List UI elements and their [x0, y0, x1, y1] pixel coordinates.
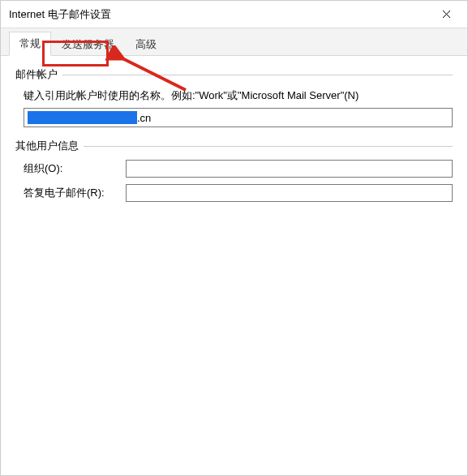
selected-text-fragment — [28, 111, 137, 124]
reply-email-label: 答复电子邮件(R): — [24, 186, 119, 200]
tabbar: 常规 发送服务器 高级 — [1, 28, 467, 56]
group-mail-account: 邮件帐户 键入引用此帐户时使用的名称。例如:"Work"或"Microsoft … — [15, 67, 453, 127]
tab-label: 常规 — [19, 37, 41, 49]
tab-outgoing-server[interactable]: 发送服务器 — [51, 32, 125, 56]
organization-label: 组织(O): — [24, 161, 119, 176]
divider — [84, 146, 453, 147]
close-icon — [442, 8, 451, 21]
account-value-suffix: .cn — [137, 112, 151, 124]
organization-input[interactable] — [126, 160, 453, 178]
tab-content: 邮件帐户 键入引用此帐户时使用的名称。例如:"Work"或"Microsoft … — [1, 56, 467, 231]
mail-account-desc: 键入引用此帐户时使用的名称。例如:"Work"或"Microsoft Mail … — [24, 88, 453, 103]
account-name-input[interactable]: .cn — [24, 108, 453, 127]
tab-advanced[interactable]: 高级 — [125, 32, 167, 56]
group-label-other-user-info: 其他用户信息 — [15, 139, 79, 153]
reply-email-input[interactable] — [126, 184, 453, 202]
divider — [62, 75, 453, 75]
titlebar: Internet 电子邮件设置 — [1, 1, 467, 28]
group-label-mail-account: 邮件帐户 — [15, 67, 58, 82]
tab-general[interactable]: 常规 — [9, 32, 51, 56]
tab-label: 发送服务器 — [62, 38, 114, 50]
tab-label: 高级 — [135, 38, 157, 50]
close-button[interactable] — [428, 2, 464, 27]
window-title: Internet 电子邮件设置 — [9, 7, 111, 22]
group-other-user-info: 其他用户信息 组织(O): 答复电子邮件(R): — [15, 139, 453, 208]
